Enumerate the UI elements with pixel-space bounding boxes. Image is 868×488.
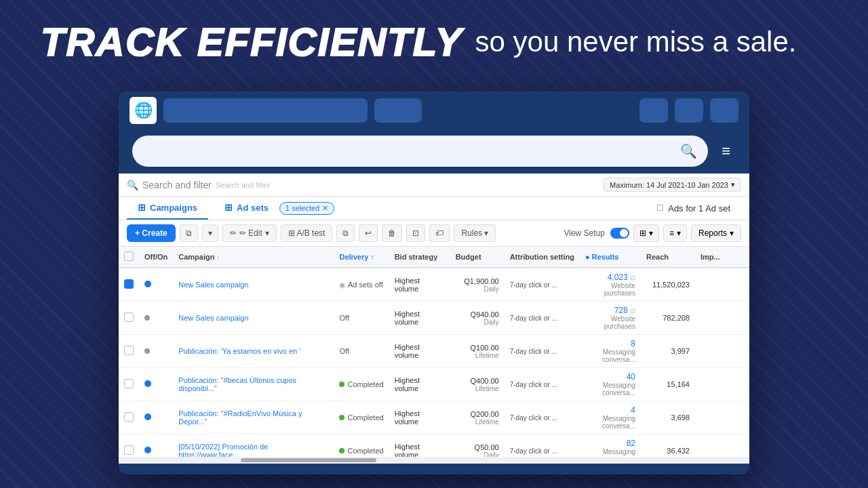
row-toggle-cell[interactable] <box>139 368 173 401</box>
th-attribution[interactable]: Attribution setting <box>505 247 580 268</box>
row-checkbox[interactable] <box>124 445 134 455</box>
row-toggle-cell[interactable] <box>139 401 173 434</box>
ab-test-button[interactable]: ⊞ A/B test <box>281 224 333 242</box>
campaign-link[interactable]: Publicación: 'Ya estamos en vivo en ' <box>178 347 300 355</box>
budget-period: Daily <box>456 285 499 293</box>
campaigns-label: Campaigns <box>150 203 197 213</box>
campaign-link[interactable]: Publicación: "#becas Últimos cupos dispo… <box>178 376 296 392</box>
view-setup-toggle[interactable] <box>610 228 629 239</box>
toggle-dot-icon[interactable] <box>144 447 151 453</box>
th-delivery[interactable]: Delivery ↑ <box>334 247 389 268</box>
search-bar-input[interactable] <box>146 146 675 157</box>
header-checkbox[interactable] <box>124 251 134 261</box>
archive-button[interactable]: ⊡ <box>406 224 425 242</box>
url-bar[interactable] <box>163 98 368 123</box>
th-reach[interactable]: Reach <box>641 247 695 268</box>
row-toggle-cell[interactable] <box>139 268 173 302</box>
search-filter-placeholder: Search and filter <box>142 180 212 190</box>
toggle-dot-icon[interactable] <box>144 348 150 354</box>
topbar-btn-1[interactable] <box>639 98 668 123</box>
row-impressions-cell <box>695 335 749 368</box>
th-budget[interactable]: Budget <box>450 247 505 268</box>
action-toolbar: + Create ⧉ ▾ ✏ ✏ Edit ▾ ⊞ A/B test ⧉ ↩ 🗑… <box>119 220 749 247</box>
topbar-btn-3[interactable] <box>710 98 738 123</box>
row-impressions-cell <box>695 302 749 335</box>
th-results[interactable]: ● Results <box>580 247 641 268</box>
main-content: 🔍 Search and filter Search and filter Ma… <box>119 174 749 464</box>
row-checkbox[interactable] <box>124 346 134 355</box>
tab-adsets[interactable]: ⊞ Ad sets <box>214 197 279 220</box>
columns-button[interactable]: ⊞ ▾ <box>633 224 659 242</box>
page-headline: TRACK EFFICIENTLY so you never miss a sa… <box>41 19 796 64</box>
row-attribution-cell: 7-day click or ... <box>505 368 580 401</box>
row-checkbox[interactable] <box>124 412 134 422</box>
date-range-btn[interactable]: Maximum: 14 Jul 2021-10 Jan 2023 ▾ <box>604 178 741 192</box>
copy-button[interactable]: ⧉ <box>336 224 355 242</box>
filter-button[interactable]: ≡ ▾ <box>663 224 687 242</box>
row-campaign-cell: Publicación: "#RadioEnVivo Música y Depo… <box>173 401 334 434</box>
row-bid-cell: Highest volume <box>389 401 450 434</box>
row-check-cell[interactable] <box>119 335 139 368</box>
row-checkbox[interactable] <box>124 279 134 289</box>
th-check[interactable] <box>119 247 139 268</box>
budget-amount: Q100.00 <box>456 344 499 352</box>
ads-for-adset[interactable]: ☐ Ads for 1 Ad set <box>646 198 741 219</box>
row-campaign-cell: Publicación: 'Ya estamos en vivo en ' <box>173 335 334 368</box>
search-filter-box[interactable]: 🔍 Search and filter Search and filter <box>127 180 598 190</box>
row-budget-cell: Q100.00Lifetime <box>450 335 505 368</box>
campaign-link[interactable]: New Sales campaign <box>178 281 248 289</box>
th-campaign[interactable]: Campaign↕ <box>173 247 334 268</box>
row-check-cell[interactable] <box>119 302 139 335</box>
tag-button[interactable]: 🏷 <box>429 224 450 242</box>
hamburger-icon[interactable]: ≡ <box>716 140 736 163</box>
view-setup-area: View Setup <box>564 228 629 239</box>
delivery-completed: Completed <box>339 447 383 455</box>
toggle-dot-icon[interactable] <box>144 315 150 321</box>
delete-button[interactable]: 🗑 <box>382 224 402 242</box>
row-check-cell[interactable] <box>119 434 139 458</box>
edit-button[interactable]: ✏ ✏ Edit ▾ <box>222 224 277 242</box>
row-toggle-cell[interactable] <box>139 302 173 335</box>
campaign-link[interactable]: New Sales campaign <box>178 314 248 322</box>
headline-bold: TRACK EFFICIENTLY <box>41 19 463 64</box>
toggle-dot-icon[interactable] <box>144 380 151 387</box>
row-check-cell[interactable] <box>119 368 139 401</box>
row-attribution-cell: 7-day click or ... <box>505 401 580 434</box>
create-button[interactable]: + Create <box>127 224 176 242</box>
row-checkbox[interactable] <box>124 312 134 322</box>
horizontal-scrollbar[interactable] <box>119 457 749 464</box>
reports-button[interactable]: Reports ▾ <box>691 224 741 242</box>
row-toggle-cell[interactable] <box>139 335 173 368</box>
row-budget-cell: Q400.00Lifetime <box>450 368 505 401</box>
row-toggle-cell[interactable] <box>139 434 173 458</box>
toggle-dot-icon[interactable] <box>144 413 151 420</box>
undo-button[interactable]: ↩ <box>359 224 378 242</box>
rules-button[interactable]: Rules ▾ <box>454 224 496 242</box>
toggle-dot-icon[interactable] <box>144 281 151 287</box>
tab-button[interactable] <box>374 98 422 123</box>
row-check-cell[interactable] <box>119 268 139 302</box>
selected-badge[interactable]: 1 selected ✕ <box>279 202 334 215</box>
columns-icon: ⊞ <box>639 228 646 238</box>
topbar-btn-2[interactable] <box>675 98 703 123</box>
search-icon: 🔍 <box>680 143 697 159</box>
row-results-cell: 728 ⊡Website purchases <box>580 302 641 335</box>
search-bar[interactable]: 🔍 <box>132 136 708 167</box>
row-check-cell[interactable] <box>119 401 139 434</box>
campaign-link[interactable]: Publicación: "#RadioEnVivo Música y Depo… <box>178 409 302 426</box>
row-attribution-cell: 7-day click or ... <box>505 268 580 302</box>
delivery-completed: Completed <box>339 380 383 388</box>
attribution-text: 7-day click or ... <box>510 447 557 455</box>
globe-icon: 🌐 <box>130 97 157 124</box>
duplicate-dropdown[interactable]: ▾ <box>202 224 218 242</box>
th-impressions[interactable]: Imp... <box>695 247 749 268</box>
selected-close-icon[interactable]: ✕ <box>322 204 328 213</box>
row-attribution-cell: 7-day click or ... <box>505 302 580 335</box>
scrollbar-thumb[interactable] <box>241 458 376 462</box>
th-bid[interactable]: Bid strategy <box>389 247 450 268</box>
budget-period: Lifetime <box>456 352 499 359</box>
duplicate-button[interactable]: ⧉ <box>180 224 198 242</box>
row-checkbox[interactable] <box>124 379 134 388</box>
campaign-link[interactable]: [05/10/2022] Promoción de https://www.fa… <box>178 443 268 457</box>
tab-campaigns[interactable]: ⊞ Campaigns <box>127 197 208 220</box>
